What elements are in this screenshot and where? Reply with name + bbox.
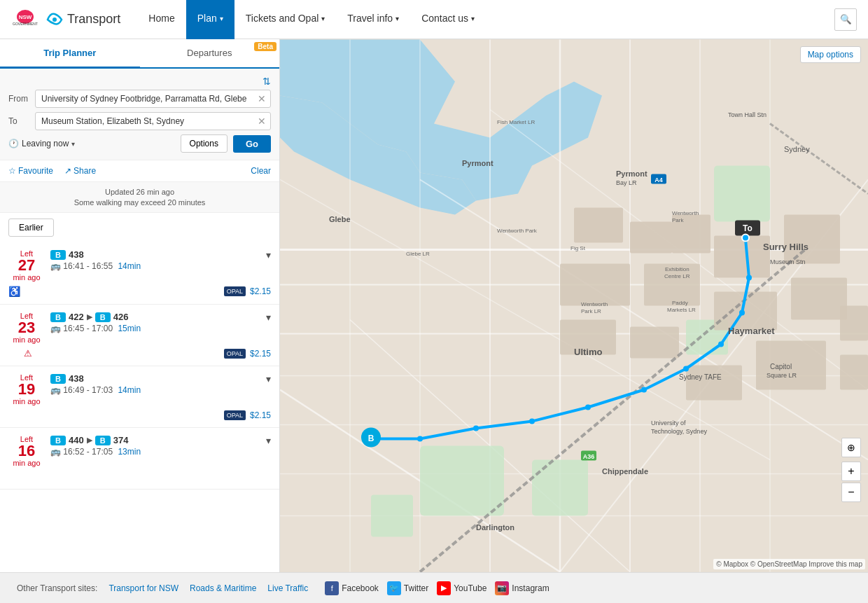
price-link[interactable]: $2.15 — [250, 349, 271, 359]
route-number: 438 — [69, 373, 84, 384]
left-ago: min ago — [13, 397, 40, 406]
footer-label: Other Transport sites: — [17, 583, 97, 593]
from-value: University of Sydney Footbridge, Parrama… — [41, 94, 246, 104]
svg-text:Pyrmont: Pyrmont — [616, 169, 648, 178]
svg-rect-30 — [371, 495, 413, 537]
options-button[interactable]: Options — [181, 134, 227, 153]
zoom-in-button[interactable]: + — [841, 462, 861, 481]
to-input-wrap[interactable]: Museum Station, Elizabeth St, Sydney ✕ — [35, 112, 271, 130]
bus-badge: B — [50, 250, 66, 260]
expand-button[interactable]: ▾ — [266, 312, 271, 323]
earlier-button[interactable]: Earlier — [8, 219, 54, 237]
favourite-button[interactable]: ☆ Favourite — [8, 166, 53, 176]
trip-details: B 422 ▶ B 426 🚌 16:45 - 17:00 15min — [50, 312, 260, 333]
price-info: OPAL $2.15 — [224, 410, 271, 420]
tab-trip-planner[interactable]: Trip Planner — [0, 39, 140, 69]
go-button[interactable]: Go — [233, 135, 271, 153]
search-button[interactable]: 🔍 — [834, 8, 857, 31]
trip-header: Left 16 min ago B 440 ▶ B 374 🚌 16:52 - … — [8, 435, 271, 467]
contact-dropdown-arrow: ▾ — [471, 15, 475, 22]
clear-button[interactable]: Clear — [251, 166, 271, 176]
nav-contact[interactable]: Contact us ▾ — [410, 0, 486, 39]
svg-text:Wentworth: Wentworth — [672, 210, 699, 216]
expand-button[interactable]: ▾ — [266, 435, 271, 446]
svg-point-56 — [739, 310, 745, 316]
expand-button[interactable]: ▾ — [266, 373, 271, 384]
trip-details: B 438 🚌 16:41 - 16:55 14min — [50, 249, 260, 271]
svg-text:Square LR: Square LR — [766, 372, 797, 379]
svg-text:GOVERNMENT: GOVERNMENT — [13, 22, 38, 26]
footer: Other Transport sites: Transport for NSW… — [0, 572, 868, 603]
left-info: Left 23 min ago — [8, 312, 45, 344]
left-minutes: 23 — [18, 320, 35, 335]
bus-badge: B — [50, 374, 66, 384]
from-label: From — [8, 94, 31, 104]
svg-text:Glebe: Glebe — [329, 215, 351, 223]
clock-icon: 🕐 — [8, 139, 19, 148]
plan-dropdown-arrow: ▾ — [220, 15, 223, 22]
main-nav: Home Plan ▾ Tickets and Opal ▾ Travel in… — [137, 0, 834, 39]
price-link[interactable]: $2.15 — [250, 286, 271, 296]
opal-card-icon: OPAL — [224, 286, 246, 296]
svg-rect-31 — [574, 208, 623, 243]
footer-roads[interactable]: Roads & Maritime — [190, 583, 256, 593]
footer-live-traffic[interactable]: Live Traffic — [267, 583, 308, 593]
left-icons: ⚠ — [8, 348, 32, 359]
scroll-up-button[interactable]: ⇅ — [262, 76, 271, 87]
share-button[interactable]: ↗ Share — [64, 166, 96, 176]
earlier-wrap: Earlier — [0, 213, 279, 242]
footer-facebook[interactable]: f Facebook — [325, 581, 379, 595]
leaving-now-label: Leaving now — [22, 139, 69, 148]
svg-text:Fig St: Fig St — [570, 245, 586, 251]
time-row: 🕐 Leaving now ▾ Options Go — [8, 134, 271, 153]
time-range: 16:45 - 17:00 — [63, 324, 113, 333]
tabs: Trip Planner Departures Beta — [0, 39, 279, 69]
svg-text:Wentworth: Wentworth — [581, 301, 608, 307]
from-clear-button[interactable]: ✕ — [258, 94, 266, 104]
transport-label: Transport — [67, 12, 120, 27]
trip-header: Left 23 min ago B 422 ▶ B 426 🚌 16:45 - … — [8, 312, 271, 344]
leaving-now-button[interactable]: 🕐 Leaving now ▾ — [8, 139, 75, 148]
map-options-button[interactable]: Map options — [800, 46, 861, 63]
svg-text:A36: A36 — [583, 453, 595, 460]
trip-form: ⇅ From University of Sydney Footbridge, … — [0, 69, 279, 160]
time-bus-icon: 🚌 — [50, 261, 61, 271]
share-icon: ↗ — [64, 166, 71, 176]
footer-social: f Facebook 🐦 Twitter ▶ YouTube 📷 Instagr… — [325, 581, 550, 595]
left-icons — [8, 410, 21, 420]
nav-plan[interactable]: Plan ▾ — [186, 0, 234, 39]
svg-point-52 — [585, 405, 591, 410]
footer-twitter[interactable]: 🐦 Twitter — [387, 581, 428, 595]
price-link[interactable]: $2.15 — [250, 410, 271, 420]
opal-card-icon: OPAL — [224, 349, 246, 359]
expand-button[interactable]: ▾ — [266, 249, 271, 261]
my-location-button[interactable]: ⊕ — [841, 438, 861, 457]
time-range: 16:52 - 17:05 — [63, 447, 113, 457]
svg-rect-35 — [784, 215, 840, 264]
logo-area: NSW GOVERNMENT Transport — [11, 6, 120, 34]
travel-dropdown-arrow: ▾ — [396, 15, 399, 22]
from-input-wrap[interactable]: University of Sydney Footbridge, Parrama… — [35, 90, 271, 108]
footer-youtube[interactable]: ▶ YouTube — [437, 581, 486, 595]
trip-header: Left 27 min ago B 438 🚌 16:41 - 16:55 14… — [8, 249, 271, 282]
map-controls: ⊕ + − — [841, 438, 861, 502]
to-clear-button[interactable]: ✕ — [258, 116, 266, 126]
zoom-out-button[interactable]: − — [841, 483, 861, 502]
route-number: 422 — [69, 312, 84, 322]
trip-time: 🚌 16:41 - 16:55 14min — [50, 261, 260, 271]
trip-footer: OPAL $2.15 — [8, 410, 271, 420]
footer-transport-nsw[interactable]: Transport for NSW — [108, 583, 178, 593]
svg-rect-32 — [630, 222, 672, 254]
warning-icon: ⚠ — [24, 348, 32, 359]
nav-tickets[interactable]: Tickets and Opal ▾ — [234, 0, 337, 39]
left-minutes: 27 — [18, 258, 35, 273]
bus-badge-2: B — [95, 436, 111, 445]
nav-travel[interactable]: Travel info ▾ — [336, 0, 410, 39]
map-container: Map options — [280, 39, 868, 572]
trip-result: Left 27 min ago B 438 🚌 16:41 - 16:55 14… — [0, 242, 279, 305]
youtube-icon: ▶ — [437, 581, 451, 595]
footer-instagram[interactable]: 📷 Instagram — [495, 581, 549, 595]
nav-home[interactable]: Home — [137, 0, 186, 39]
time-bus-icon: 🚌 — [50, 385, 61, 395]
svg-rect-28 — [420, 446, 504, 516]
